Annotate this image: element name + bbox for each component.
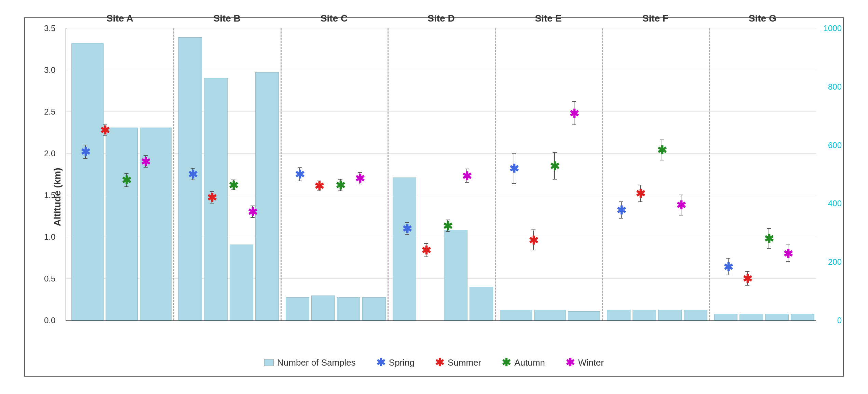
y-tick-left-1: 1.0 bbox=[44, 232, 55, 242]
site-section-D: Site D✱✱✱✱ bbox=[388, 28, 494, 320]
marker-D-winter: ✱ bbox=[462, 170, 472, 182]
legend-autumn: ✱ Autumn bbox=[502, 356, 545, 369]
bar-G-3 bbox=[791, 314, 814, 320]
y-tick-right-400: 400 bbox=[828, 199, 842, 208]
bar-F-2 bbox=[658, 310, 682, 320]
site-section-A: Site A✱✱✱✱ bbox=[66, 28, 173, 320]
marker-B-spring: ✱ bbox=[188, 169, 198, 180]
cap-bot-F-autumn bbox=[660, 160, 664, 160]
y-tick-right-0: 0 bbox=[837, 316, 842, 325]
legend-spring-label: Spring bbox=[389, 357, 415, 368]
marker-E-winter: ✱ bbox=[569, 108, 579, 119]
site-label-C: Site C bbox=[281, 13, 388, 24]
legend-winter: ✱ Winter bbox=[566, 356, 604, 369]
cap-top-F-autumn bbox=[660, 140, 664, 140]
cap-bot-F-spring bbox=[619, 218, 623, 219]
marker-C-autumn: ✱ bbox=[336, 180, 345, 191]
marker-E-autumn: ✱ bbox=[550, 160, 559, 172]
marker-D-summer: ✱ bbox=[421, 245, 431, 256]
cap-bot-F-winter bbox=[679, 215, 683, 215]
bar-D-0 bbox=[393, 178, 416, 320]
cap-bot-E-autumn bbox=[553, 179, 557, 180]
divider-C bbox=[281, 28, 282, 320]
y-tick-left-2.5: 2.5 bbox=[44, 107, 55, 117]
cap-top-E-spring bbox=[512, 153, 516, 154]
marker-B-winter: ✱ bbox=[248, 206, 257, 218]
cap-bot-E-winter bbox=[572, 124, 576, 125]
bar-F-0 bbox=[607, 310, 630, 320]
divider-G bbox=[709, 28, 710, 320]
bar-C-3 bbox=[362, 297, 386, 320]
legend-summer: ✱ Summer bbox=[435, 356, 481, 369]
marker-D-autumn: ✱ bbox=[443, 220, 452, 232]
site-label-A: Site A bbox=[66, 13, 173, 24]
chart-area: 0.00.51.01.52.02.53.03.50200400600800100… bbox=[66, 28, 816, 321]
bar-A-0 bbox=[71, 43, 104, 320]
marker-C-spring: ✱ bbox=[295, 169, 304, 180]
cap-top-F-spring bbox=[619, 201, 623, 202]
site-section-G: Site G✱✱✱✱ bbox=[709, 28, 816, 320]
y-tick-left-0.5: 0.5 bbox=[44, 274, 55, 284]
y-tick-right-1000: 1000 bbox=[824, 24, 842, 33]
marker-F-summer: ✱ bbox=[636, 188, 645, 199]
bar-F-3 bbox=[684, 310, 707, 320]
site-label-B: Site B bbox=[173, 13, 280, 24]
site-label-D: Site D bbox=[388, 13, 494, 24]
bar-B-2 bbox=[230, 245, 253, 320]
marker-B-summer: ✱ bbox=[207, 192, 217, 203]
cap-bot-G-spring bbox=[726, 275, 730, 275]
marker-G-spring: ✱ bbox=[723, 261, 733, 273]
y-tick-left-3.5: 3.5 bbox=[44, 24, 55, 33]
bar-D-3 bbox=[470, 287, 493, 320]
marker-G-autumn: ✱ bbox=[764, 233, 774, 245]
marker-D-spring: ✱ bbox=[402, 223, 412, 235]
marker-A-spring: ✱ bbox=[81, 146, 90, 158]
legend-autumn-label: Autumn bbox=[514, 357, 545, 368]
bar-G-1 bbox=[740, 314, 763, 320]
cap-top-F-winter bbox=[679, 195, 683, 195]
legend-samples: Number of Samples bbox=[264, 357, 356, 368]
site-label-F: Site F bbox=[602, 13, 709, 24]
marker-G-winter: ✱ bbox=[783, 248, 793, 260]
bar-C-0 bbox=[286, 297, 309, 320]
legend: Number of Samples ✱ Spring ✱ Summer ✱ Au… bbox=[25, 356, 843, 369]
cap-bot-G-autumn bbox=[767, 248, 771, 249]
bar-F-1 bbox=[633, 310, 656, 320]
bar-A-1 bbox=[106, 128, 138, 320]
legend-winter-label: Winter bbox=[578, 357, 604, 368]
legend-autumn-marker: ✱ bbox=[502, 356, 511, 369]
site-label-E: Site E bbox=[495, 13, 602, 24]
y-tick-right-200: 200 bbox=[828, 257, 842, 267]
cap-top-G-winter bbox=[786, 245, 790, 245]
legend-samples-label: Number of Samples bbox=[277, 357, 356, 368]
cap-bot-G-winter bbox=[786, 261, 790, 262]
legend-winter-marker: ✱ bbox=[566, 356, 575, 369]
bar-B-3 bbox=[255, 72, 279, 320]
legend-bar-samples bbox=[264, 359, 274, 366]
cap-bot-E-spring bbox=[512, 183, 516, 184]
chart-container: Altitude (km) Number of Samples 0.00.51.… bbox=[24, 17, 844, 377]
divider-F bbox=[602, 28, 603, 320]
bar-E-1 bbox=[534, 310, 566, 320]
marker-F-autumn: ✱ bbox=[657, 144, 667, 156]
divider-B bbox=[173, 28, 174, 320]
site-section-E: Site E✱✱✱✱ bbox=[495, 28, 602, 320]
bar-E-2 bbox=[568, 311, 600, 320]
marker-C-summer: ✱ bbox=[314, 180, 324, 192]
bar-E-0 bbox=[500, 310, 532, 320]
y-tick-left-0: 0.0 bbox=[44, 316, 55, 325]
site-label-G: Site G bbox=[709, 13, 816, 24]
cap-top-E-winter bbox=[572, 101, 576, 102]
y-tick-left-3: 3.0 bbox=[44, 65, 55, 75]
divider-D bbox=[388, 28, 389, 320]
divider-E bbox=[495, 28, 496, 320]
legend-spring-marker: ✱ bbox=[376, 356, 385, 369]
site-section-C: Site C✱✱✱✱ bbox=[281, 28, 388, 320]
marker-E-spring: ✱ bbox=[509, 163, 519, 174]
cap-top-G-spring bbox=[726, 258, 730, 259]
cap-top-E-autumn bbox=[553, 152, 557, 153]
marker-A-summer: ✱ bbox=[100, 124, 110, 136]
bar-G-0 bbox=[714, 314, 738, 320]
cap-top-E-summer bbox=[531, 229, 535, 230]
marker-A-winter: ✱ bbox=[141, 156, 150, 168]
